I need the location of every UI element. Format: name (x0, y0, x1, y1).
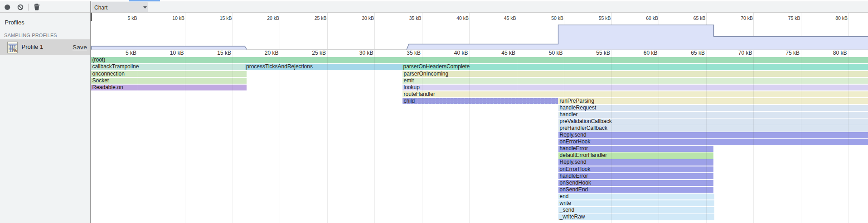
svg-text:%: % (13, 48, 17, 53)
